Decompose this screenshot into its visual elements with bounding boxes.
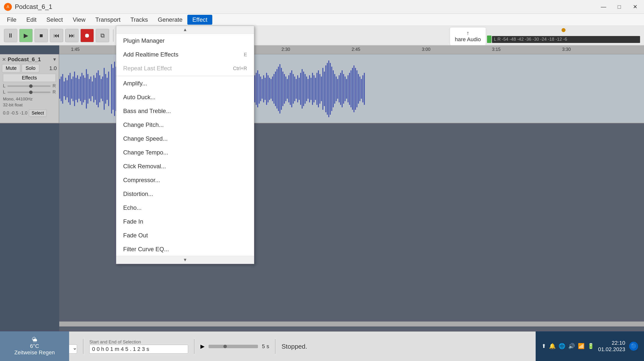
ruler-mark-230: 2:30 (282, 47, 290, 52)
auto-duck-label: Auto Duck... (123, 94, 156, 101)
svg-rect-144 (275, 72, 276, 106)
prev-button[interactable]: ⏮ (50, 29, 63, 42)
mute-button[interactable]: Mute (2, 64, 20, 72)
svg-rect-173 (318, 70, 319, 107)
svg-rect-1 (59, 79, 60, 99)
stop-button[interactable]: ■ (34, 29, 48, 42)
pan-slider[interactable] (8, 92, 50, 93)
menu-amplify[interactable]: Amplify... (116, 76, 254, 90)
pause-button[interactable]: ⏸ (4, 29, 17, 42)
svg-rect-161 (300, 73, 301, 105)
ruler-mark-300: 3:00 (422, 47, 430, 52)
effect-menu-scroll: Plugin Manager Add Realtime Effects E Re… (116, 34, 254, 256)
svg-rect-36 (112, 68, 114, 110)
effects-button[interactable]: Effects (3, 74, 56, 82)
menu-plugin-manager[interactable]: Plugin Manager (116, 34, 254, 48)
playback-slider[interactable] (208, 345, 258, 348)
svg-rect-6 (67, 80, 68, 98)
menu-select[interactable]: Select (42, 15, 68, 25)
svg-rect-199 (356, 70, 358, 107)
track-controls: Mute Solo 1.0 (2, 64, 57, 72)
tray-icon-2: 🔔 (549, 343, 556, 350)
minimize-button[interactable]: — (598, 2, 608, 12)
svg-rect-34 (108, 72, 109, 106)
track-close-icon[interactable]: ✕ (2, 56, 6, 62)
share-audio-button[interactable]: ↑ hare Audio (450, 27, 486, 46)
svg-rect-197 (354, 66, 354, 112)
svg-rect-35 (111, 64, 112, 114)
svg-rect-30 (102, 76, 103, 101)
horizontal-scrollbar[interactable] (59, 322, 644, 326)
pan-l-label: L (3, 90, 6, 95)
menu-click-removal[interactable]: Click Removal... (116, 160, 254, 173)
menu-bass-treble[interactable]: Bass and Treble... (116, 104, 254, 118)
svg-rect-203 (362, 75, 363, 102)
svg-rect-2 (61, 76, 62, 101)
menu-fade-out[interactable]: Fade Out (116, 228, 254, 242)
menu-file[interactable]: File (2, 15, 22, 25)
ruler-mark-330: 3:30 (562, 47, 571, 52)
maximize-button[interactable]: □ (614, 2, 624, 12)
svg-rect-130 (254, 75, 255, 102)
svg-rect-172 (316, 73, 318, 105)
play-button[interactable]: ▶ (19, 29, 32, 42)
menu-compressor[interactable]: Compressor... (116, 173, 254, 187)
menu-change-tempo[interactable]: Change Tempo... (116, 146, 254, 160)
playback-speed: 5 s (262, 343, 269, 350)
svg-rect-174 (320, 74, 320, 104)
menu-change-speed[interactable]: Change Speed... (116, 132, 254, 146)
menu-change-pitch[interactable]: Change Pitch... (116, 118, 254, 132)
svg-rect-177 (324, 72, 325, 106)
menu-effect[interactable]: Effect (187, 15, 212, 25)
track-dropdown-icon[interactable]: ▼ (52, 57, 57, 62)
selection-input[interactable] (89, 345, 188, 354)
solo-button[interactable]: Solo (22, 64, 39, 72)
notification-button[interactable]: 🔵 (629, 342, 638, 351)
svg-rect-133 (259, 74, 260, 104)
menu-generate[interactable]: Generate (153, 15, 187, 25)
menu-distortion[interactable]: Distortion... (116, 187, 254, 201)
gain-value: 0.0 (3, 110, 9, 116)
menu-add-realtime[interactable]: Add Realtime Effects E (116, 48, 254, 62)
menu-transport[interactable]: Transport (90, 15, 126, 25)
svg-rect-142 (272, 76, 273, 101)
svg-rect-148 (281, 68, 282, 110)
svg-rect-141 (270, 79, 272, 99)
svg-rect-189 (342, 70, 342, 107)
playback-thumb (224, 345, 227, 348)
add-realtime-label: Add Realtime Effects (123, 51, 178, 58)
svg-rect-33 (107, 78, 108, 100)
menu-auto-duck[interactable]: Auto Duck... (116, 90, 254, 104)
close-button[interactable]: ✕ (630, 2, 640, 12)
svg-rect-178 (325, 66, 326, 112)
svg-rect-143 (274, 74, 274, 104)
menu-edit[interactable]: Edit (22, 15, 42, 25)
svg-rect-37 (114, 62, 115, 116)
svg-rect-32 (105, 74, 106, 104)
menu-echo[interactable]: Echo... (116, 201, 254, 215)
volume-slider[interactable] (8, 86, 50, 87)
scroll-up-button[interactable]: ▲ (116, 26, 254, 34)
svg-rect-193 (348, 75, 348, 102)
menu-view[interactable]: View (68, 15, 90, 25)
menu-tracks[interactable]: Tracks (126, 15, 153, 25)
svg-rect-163 (303, 72, 304, 106)
fade-in-label: Fade In (123, 218, 143, 225)
svg-rect-179 (327, 63, 328, 115)
fade-out-label: Fade Out (123, 232, 148, 239)
scroll-down-button[interactable]: ▼ (116, 256, 254, 264)
menu-fade-in[interactable]: Fade In (116, 215, 254, 228)
select-button[interactable]: Select (29, 110, 47, 117)
next-button[interactable]: ⏭ (65, 29, 78, 42)
menu-filter-curve[interactable]: Filter Curve EQ... (116, 242, 254, 256)
status-sep-4 (275, 339, 276, 354)
record-button[interactable]: ⏺ (80, 29, 94, 42)
play-bottom-icon[interactable]: ▶ (200, 343, 205, 350)
svg-rect-176 (322, 68, 323, 110)
pan-thumb (29, 90, 32, 94)
svg-rect-20 (88, 74, 88, 104)
svg-rect-19 (86, 69, 87, 108)
svg-rect-24 (93, 75, 94, 102)
extra-button[interactable]: ⧉ (96, 29, 109, 42)
svg-rect-131 (256, 73, 257, 105)
